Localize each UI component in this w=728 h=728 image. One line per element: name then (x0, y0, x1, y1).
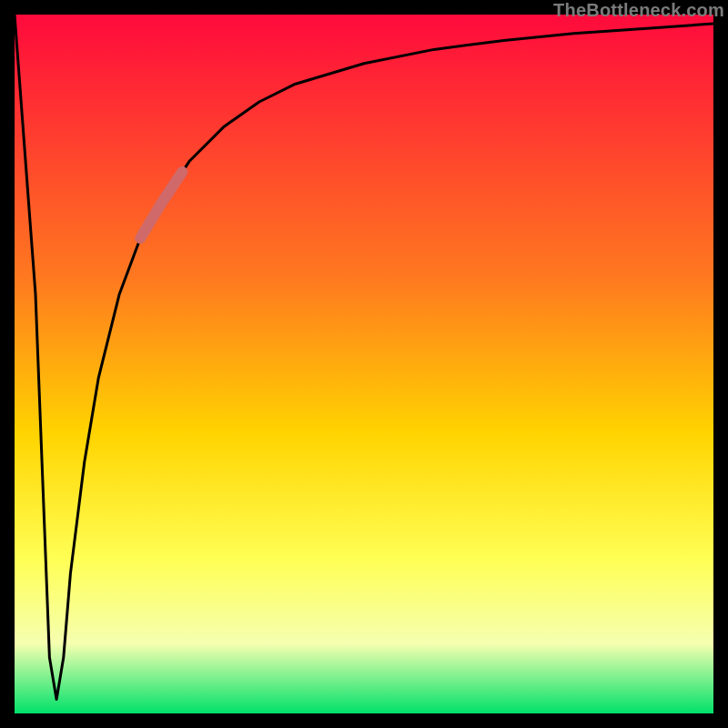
bottleneck-curve (15, 15, 713, 700)
plot-area (15, 15, 713, 713)
highlight-segment (140, 172, 182, 238)
watermark-text: TheBottleneck.com (553, 0, 724, 21)
chart-frame: TheBottleneck.com (0, 0, 728, 728)
curve-layer (15, 15, 713, 713)
